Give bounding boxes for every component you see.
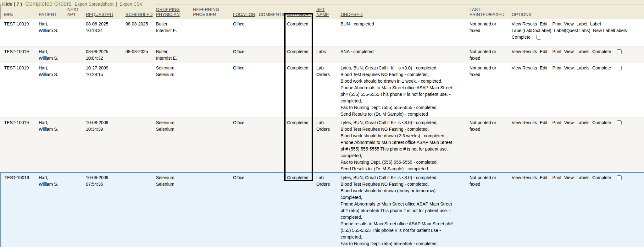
cell-referring-provider xyxy=(189,19,229,47)
cell-mr: TEST-10019 xyxy=(0,118,35,173)
view-link[interactable]: View xyxy=(564,49,574,54)
cell-comments xyxy=(255,63,283,118)
labels-link[interactable]: Labels xyxy=(576,120,589,125)
cell-referring-provider xyxy=(189,173,229,247)
col-header-ordered-sort[interactable]: ORDERED xyxy=(341,12,363,17)
edit-link[interactable]: Edit xyxy=(540,65,547,70)
cell-category: Completed xyxy=(283,47,313,63)
complete-link[interactable]: Complete xyxy=(512,35,530,40)
cell-referring-provider xyxy=(189,118,229,173)
labels-link[interactable]: Labels xyxy=(576,65,589,70)
print-link[interactable]: Print xyxy=(552,65,562,70)
cell-requested: 08-08-2025 10:04:32 xyxy=(82,47,122,63)
edit-link[interactable]: Edit xyxy=(540,49,547,54)
cell-ordered: Lytes, BUN, Creat (Call if K+ is <3.0) -… xyxy=(337,173,466,247)
cell-options: View Results Edit Print View Labels Comp… xyxy=(508,173,644,247)
export-links-separator: | xyxy=(116,2,117,7)
col-header-set-name-sort[interactable]: SET NAME xyxy=(316,7,329,17)
complete-checkbox[interactable] xyxy=(617,120,622,125)
edit-link[interactable]: Edit xyxy=(540,120,547,125)
view-results-link[interactable]: View Results xyxy=(512,49,537,54)
complete-link[interactable]: Complete xyxy=(592,65,611,70)
cell-next-apt xyxy=(64,47,82,63)
cell-location: Office xyxy=(229,63,255,118)
view-results-link[interactable]: View Results xyxy=(512,120,537,125)
view-link[interactable]: View xyxy=(564,120,574,125)
cell-ordered: Lytes, BUN, Creat (Call if K+ is <3.0) -… xyxy=(337,118,466,173)
edit-link[interactable]: Edit xyxy=(540,175,547,180)
cell-patient: Hart, William S. xyxy=(35,19,64,47)
cell-scheduled xyxy=(122,173,152,247)
table-row: TEST-10019 Hart, William S. 08-08-2025 1… xyxy=(0,47,644,63)
complete-checkbox[interactable] xyxy=(617,66,622,70)
cell-last-printed-faxed: Not printed or faxed xyxy=(466,118,508,173)
complete-checkbox[interactable] xyxy=(536,35,541,40)
view-results-link[interactable]: View Results xyxy=(512,175,537,180)
print-link[interactable]: Print xyxy=(552,49,562,54)
hide-link[interactable]: Hide ( 7 ) xyxy=(2,1,22,7)
view-results-link[interactable]: View Results xyxy=(512,21,537,26)
label-link[interactable]: Label xyxy=(590,21,601,26)
col-header-mr: MR# xyxy=(0,7,35,19)
cell-options: View Results Edit Print View Labels Comp… xyxy=(508,63,644,118)
print-link[interactable]: Print xyxy=(552,21,562,26)
labels-link[interactable]: Labels xyxy=(614,28,627,33)
table-row-selected: TEST-10019 Hart, William S. 10-06-2009 0… xyxy=(0,173,644,247)
view-link[interactable]: View xyxy=(564,175,574,180)
col-header-scheduled-sort[interactable]: SCHEDULED xyxy=(125,12,153,17)
cell-comments xyxy=(255,19,283,47)
col-header-comments: COMMENTS xyxy=(255,7,283,19)
view-results-link[interactable]: View Results xyxy=(512,65,537,70)
labels-link[interactable]: Labels xyxy=(576,175,589,180)
view-link[interactable]: View xyxy=(564,65,574,70)
completed-orders-table: MR# PATIENT NEXT APT REQUESTED SCHEDULED… xyxy=(0,7,644,247)
complete-checkbox[interactable] xyxy=(617,175,622,180)
quest-labs-label-link[interactable]: Label(Quest Labs) xyxy=(554,28,590,33)
complete-link[interactable]: Complete xyxy=(592,120,611,125)
cell-comments xyxy=(255,118,283,173)
table-row: TEST-10019 Hart, William S. 08-08-2025 1… xyxy=(0,19,644,47)
col-header-patient: PATIENT xyxy=(35,7,64,19)
cell-location: Office xyxy=(229,173,255,247)
view-link[interactable]: View xyxy=(564,21,574,26)
print-link[interactable]: Print xyxy=(552,175,562,180)
complete-link[interactable]: Complete xyxy=(592,175,611,180)
cell-category: Completed xyxy=(283,173,313,247)
col-header-requested-sort[interactable]: REQUESTED xyxy=(86,12,113,17)
label-link[interactable]: Label xyxy=(576,21,587,26)
cell-last-printed-faxed: Not printed or faxed xyxy=(466,47,508,63)
labels-link[interactable]: Labels xyxy=(576,49,589,54)
cell-requested: 10-27-2009 10:29:15 xyxy=(82,63,122,118)
cell-scheduled: 08-08-2025 xyxy=(122,47,152,63)
cell-next-apt xyxy=(64,173,82,247)
cell-mr: TEST-10019 xyxy=(0,173,35,247)
cell-referring-provider xyxy=(189,47,229,63)
new-label-link[interactable]: New Label xyxy=(593,28,614,33)
cell-ordered: Lytes, BUN, Creat (Call if K+ is <3.0) -… xyxy=(337,63,466,118)
labdoclabel-link[interactable]: Label(LabDocLabel) xyxy=(512,28,551,33)
col-header-ordering-physician-sort[interactable]: ORDERING PHYSICIAN xyxy=(156,7,180,17)
cell-patient: Hart, William S. xyxy=(35,63,64,118)
col-header-category-sort[interactable]: CATEGORY xyxy=(287,12,311,17)
cell-patient: Hart, William S. xyxy=(35,47,64,63)
cell-referring-provider xyxy=(189,63,229,118)
edit-link[interactable]: Edit xyxy=(540,21,547,26)
col-header-next-apt: NEXT APT xyxy=(64,7,82,19)
cell-patient: Hart, William S. xyxy=(35,173,64,247)
col-header-referring-provider: REFERRING PROVIDER xyxy=(189,7,229,19)
print-link[interactable]: Print xyxy=(552,120,562,125)
cell-last-printed-faxed: Not printed or faxed xyxy=(466,63,508,118)
cell-set-name: Lab Orders xyxy=(313,118,337,173)
cell-requested: 10-06-2009 07:54:36 xyxy=(82,173,122,247)
export-csv-link[interactable]: Export CSV xyxy=(119,2,142,7)
cell-mr: TEST-10019 xyxy=(0,63,35,118)
cell-mr: TEST-10019 xyxy=(0,19,35,47)
export-spreadsheet-link[interactable]: Export Spreadsheet xyxy=(75,2,114,7)
col-header-location-sort[interactable]: LOCATION xyxy=(233,12,255,17)
complete-checkbox[interactable] xyxy=(617,49,622,54)
cell-location: Office xyxy=(229,118,255,173)
complete-link[interactable]: Complete xyxy=(592,49,611,54)
cell-next-apt xyxy=(64,19,82,47)
cell-scheduled xyxy=(122,118,152,173)
cell-ordering-physician: Butler, Internist E. xyxy=(152,19,189,47)
